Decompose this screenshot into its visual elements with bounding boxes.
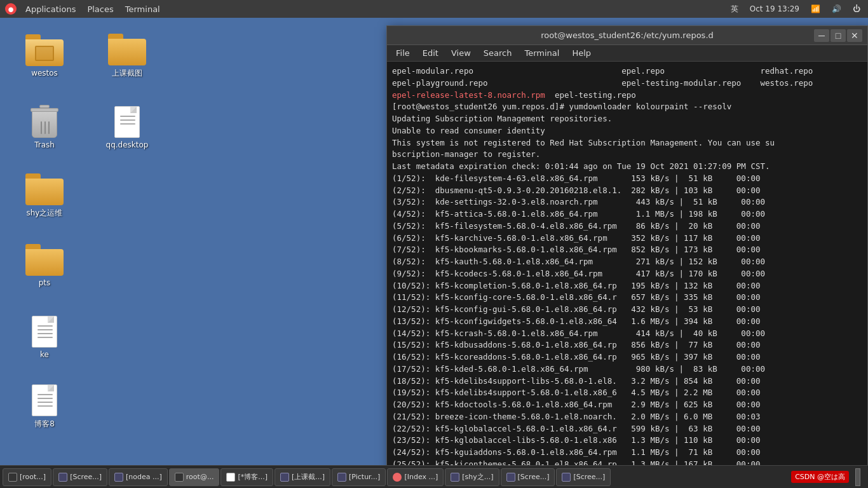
menu-view[interactable]: View [446, 47, 476, 59]
datetime: Oct 19 13:29 [747, 4, 802, 13]
taskbar-label-6: [Pictur...] [349, 473, 380, 481]
icon-label-boke8: 博客8 [34, 419, 55, 430]
taskbar-label-9: [Scree...] [518, 473, 550, 481]
desktop: westos Trash shy之运维 p [0, 18, 381, 469]
file-icon-qqdesktop [112, 103, 142, 138]
icon-label-shiyiyunwei: shy之运维 [27, 208, 63, 219]
csdn-badge: CSDN @空は高 [791, 471, 849, 483]
menu-terminal[interactable]: Terminal [120, 3, 165, 15]
folder-icon-pts [25, 244, 64, 276]
taskbar-item-4[interactable]: [*博客...] [220, 468, 273, 486]
desktop-icon-qqdesktop[interactable]: qq.desktop [89, 94, 165, 158]
taskbar-item-2[interactable]: [nodea ...] [109, 468, 168, 486]
taskbar-right: CSDN @空は高 [791, 468, 865, 486]
taskbar-label-1: [Scree...] [70, 473, 102, 481]
desktop-icon-shiyiyunwei[interactable]: shy之运维 [6, 164, 83, 227]
terminal-title: root@westos_student26:/etc/yum.repos.d [541, 30, 714, 40]
icon-label-trash: Trash [34, 140, 55, 149]
top-bar-right: 英 Oct 19 13:29 📶 🔊 ⏻ [728, 4, 863, 15]
trash-icon [29, 103, 60, 138]
taskbar-item-1[interactable]: [Scree...] [53, 468, 107, 486]
taskbar-label-8: [shy之...] [462, 472, 493, 482]
icon-label-pts: pts [39, 278, 51, 287]
menu-places[interactable]: Places [82, 3, 118, 15]
taskbar-item-5[interactable]: [上课截...] [275, 468, 330, 486]
taskbar-item-9[interactable]: [Scree...] [501, 468, 555, 486]
app-icon: ● [5, 3, 17, 15]
desktop-icon-boke8[interactable]: 博客8 [6, 374, 83, 437]
window-controls: ─ □ ✕ [814, 29, 862, 42]
file-icon-ke [30, 313, 59, 348]
taskbar-label-7: [Index ...] [404, 473, 438, 481]
taskbar-icon-7 [393, 473, 402, 482]
taskbar-item-0[interactable]: [root...] [3, 468, 51, 486]
menu-applications[interactable]: Applications [20, 3, 81, 15]
folder-icon-shangkejietou [108, 34, 146, 65]
taskbar-icon-9 [506, 473, 515, 482]
file-icon-boke8 [30, 381, 59, 416]
taskbar-label-0: [root...] [20, 473, 46, 481]
taskbar-label-3: root@... [186, 473, 214, 481]
power-icon: ⏻ [850, 4, 863, 13]
icon-label-qqdesktop: qq.desktop [106, 140, 149, 149]
taskbar-icon-4 [226, 473, 235, 482]
menu-help[interactable]: Help [567, 47, 596, 59]
taskbar-icon-5 [280, 473, 289, 482]
taskbar-icon-3 [175, 473, 184, 482]
top-menu-bar: ● Applications Places Terminal 英 Oct 19 … [0, 0, 868, 18]
terminal-window: root@westos_student26:/etc/yum.repos.d ─… [386, 25, 868, 470]
folder-icon-shiyiyunwei [25, 173, 64, 205]
close-button[interactable]: ✕ [847, 29, 862, 42]
taskbar-icon-1 [58, 473, 67, 482]
folder-icon [25, 34, 64, 66]
icon-label-westos: westos [31, 69, 58, 78]
taskbar-icon-10 [562, 473, 571, 482]
taskbar-label-2: [nodea ...] [126, 473, 162, 481]
icon-label-ke: ke [40, 350, 49, 359]
terminal-titlebar: root@westos_student26:/etc/yum.repos.d ─… [387, 26, 867, 45]
menu-file[interactable]: File [391, 47, 415, 59]
taskbar-label-5: [上课截...] [292, 472, 325, 482]
terminal-output: epel-modular.repo epel.repo redhat.repo … [387, 62, 867, 470]
top-bar-left: ● Applications Places Terminal [5, 3, 165, 15]
taskbar-icon-8 [451, 473, 459, 482]
show-desktop-button[interactable] [855, 468, 860, 486]
taskbar-icon-0 [8, 473, 17, 482]
wifi-icon: 📶 [808, 4, 823, 13]
desktop-icon-pts[interactable]: pts [6, 234, 83, 297]
desktop-icon-trash[interactable]: Trash [6, 94, 83, 158]
taskbar-icon-6 [337, 473, 346, 482]
desktop-icon-westos[interactable]: westos [6, 24, 83, 88]
menu-edit[interactable]: Edit [417, 47, 444, 59]
taskbar: [root...] [Scree...] [nodea ...] root@..… [0, 465, 868, 488]
taskbar-label-10: [Scree...] [573, 473, 605, 481]
minimize-button[interactable]: ─ [814, 29, 829, 42]
taskbar-item-7[interactable]: [Index ...] [387, 468, 444, 486]
icon-label-shangkejietou: 上课截图 [112, 68, 142, 79]
taskbar-item-10[interactable]: [Scree...] [556, 468, 611, 486]
taskbar-icon-2 [114, 473, 123, 482]
taskbar-item-6[interactable]: [Pictur...] [332, 468, 386, 486]
menu-search[interactable]: Search [478, 47, 517, 59]
taskbar-item-8[interactable]: [shy之...] [445, 468, 499, 486]
terminal-menu-bar: File Edit View Search Terminal Help [387, 45, 867, 62]
language-indicator: 英 [728, 4, 741, 15]
menu-terminal[interactable]: Terminal [519, 47, 564, 59]
taskbar-label-4: [*博客...] [238, 472, 268, 482]
taskbar-item-3[interactable]: root@... [169, 468, 220, 486]
volume-icon: 🔊 [829, 4, 844, 13]
maximize-button[interactable]: □ [831, 29, 846, 42]
desktop-icon-shangkejietou[interactable]: 上课截图 [89, 24, 165, 88]
desktop-icon-ke[interactable]: ke [6, 304, 83, 367]
